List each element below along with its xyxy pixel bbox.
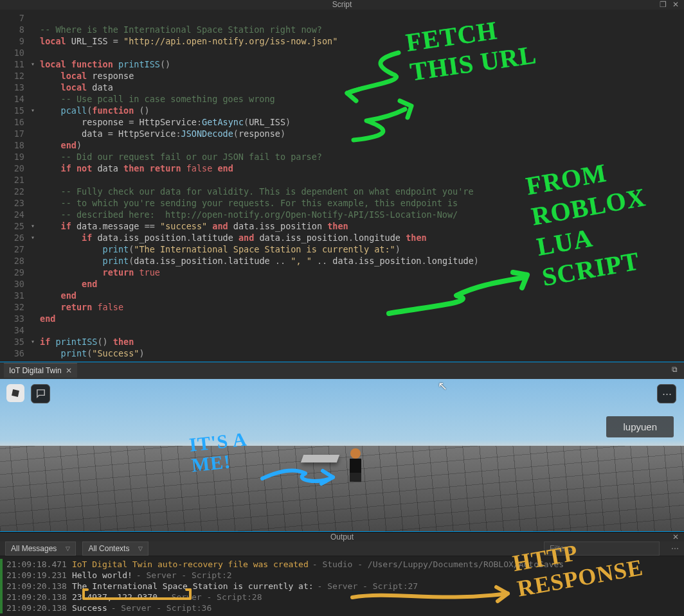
baseplate [0, 446, 684, 531]
mouse-cursor: ↖ [438, 379, 447, 393]
output-log[interactable]: 21:09:18.471IoT Digital Twin auto-recove… [0, 556, 684, 616]
script-editor[interactable]: 7891011121314151617181920212223242526272… [0, 10, 684, 362]
dropdown-label: All Contexts [88, 544, 129, 553]
title-bar: Script ❐ ✕ [0, 0, 684, 10]
contexts-filter-dropdown[interactable]: All Contexts ▽ [82, 541, 148, 556]
popout-icon[interactable]: ⧉ [672, 365, 678, 374]
close-icon[interactable]: ✕ [672, 532, 679, 541]
messages-filter-dropdown[interactable]: All Messages ▽ [5, 541, 76, 556]
output-line[interactable]: 21:09:18.471IoT Digital Twin auto-recove… [0, 559, 684, 570]
player-avatar [347, 448, 364, 482]
roblox-icon[interactable] [6, 384, 24, 402]
chevron-down-icon: ▽ [66, 545, 70, 552]
output-line[interactable]: 21:09:20.13823.4937, 122.9370 - Server -… [0, 592, 684, 603]
output-filter-input[interactable] [544, 541, 660, 556]
close-icon[interactable]: ✕ [66, 366, 72, 375]
menu-icon[interactable]: ⋯ [657, 384, 676, 403]
output-line[interactable]: 21:09:20.138Success - Server - Script:36 [0, 603, 684, 613]
output-line[interactable]: 21:09:19.231Hello world! - Server - Scri… [0, 570, 684, 581]
game-viewport[interactable]: ⋯ lupyuen ↖ [0, 379, 684, 531]
output-toolbar: All Messages ▽ All Contexts ▽ ⋯ [0, 541, 684, 556]
dropdown-label: All Messages [11, 544, 57, 553]
chat-icon[interactable] [31, 384, 50, 403]
viewport-tab[interactable]: IoT Digital Twin ✕ [4, 363, 77, 378]
game-viewport-panel: IoT Digital Twin ✕ ⧉ ⋯ lupyuen ↖ [0, 362, 684, 532]
line-number-gutter: 7891011121314151617181920212223242526272… [0, 10, 28, 362]
fold-column[interactable]: ▾▾▾▾▾ [28, 10, 37, 362]
output-line[interactable]: 21:09:20.138The International Space Stat… [0, 581, 684, 592]
output-header: Output ✕ [0, 532, 684, 541]
player-name-tag: lupyuen [606, 416, 674, 437]
window-title: Script [332, 0, 352, 9]
code-area[interactable]: -- Where is the International Space Stat… [37, 10, 479, 362]
viewport-tab-bar: IoT Digital Twin ✕ ⧉ [0, 362, 684, 379]
chevron-down-icon: ▽ [138, 545, 143, 552]
more-icon[interactable]: ⋯ [671, 544, 679, 553]
viewport-tab-label: IoT Digital Twin [9, 366, 62, 375]
output-title: Output [330, 532, 354, 541]
window-close-icon[interactable]: ✕ [671, 0, 680, 9]
spawn-location [301, 455, 339, 462]
window-restore-icon[interactable]: ❐ [658, 0, 667, 9]
